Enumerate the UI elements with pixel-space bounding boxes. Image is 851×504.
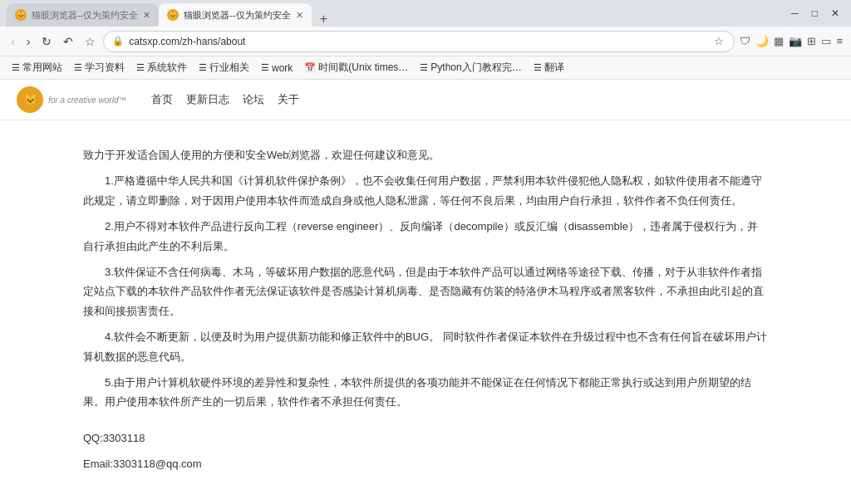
right-nav-icons: 🛡 🌙 ▦ 📷 ⊞ ▭ ≡ (738, 33, 844, 49)
navigation-bar: ‹ › ↻ ↶ ☆ 🔒 ☆ 🛡 🌙 ▦ 📷 ⊞ ▭ ≡ (0, 27, 851, 56)
new-tab-button[interactable]: + (317, 12, 331, 27)
contact-email: Email:3303118@qq.com (83, 454, 768, 473)
bookmark-hangye[interactable]: ☰ 行业相关 (194, 59, 254, 76)
forward-button[interactable]: › (22, 32, 35, 51)
site-nav: 首页 更新日志 论坛 关于 (151, 92, 299, 107)
nav-about[interactable]: 关于 (278, 92, 299, 107)
bookmark-icon-7: ☰ (420, 62, 428, 73)
bookmark-label-6: 时间戳(Unix times… (318, 61, 408, 75)
bookmark-timestamp[interactable]: 📅 时间戳(Unix times… (299, 59, 413, 76)
logo-text: for a creative world™ (48, 95, 126, 105)
undo-button[interactable]: ↶ (59, 32, 77, 51)
page-content: 🐱 for a creative world™ 首页 更新日志 论坛 关于 致力… (0, 80, 851, 504)
moon-icon[interactable]: 🌙 (754, 33, 770, 49)
bookmark-changyon[interactable]: ☰ 常用网站 (7, 59, 67, 76)
nav-forum[interactable]: 论坛 (243, 92, 264, 107)
nav-home[interactable]: 首页 (151, 92, 173, 107)
bookmark-icon-4: ☰ (199, 62, 207, 73)
menu-icon[interactable]: ≡ (834, 33, 844, 49)
window-close-button[interactable]: ✕ (826, 6, 844, 21)
contact-qq: QQ:3303118 (83, 428, 768, 448)
bookmark-work[interactable]: ☰ work (256, 61, 298, 76)
star-icon[interactable]: ☆ (712, 33, 726, 49)
tab-close-2[interactable]: ✕ (296, 10, 303, 21)
contact-section: QQ:3303118 Email:3303118@qq.com (83, 428, 768, 474)
content-clause2: 2.用户不得对本软件产品进行反向工程（reverse engineer）、反向编… (83, 217, 768, 256)
tab-label-2: 猫眼浏览器--仅为策约安全 (184, 9, 290, 22)
bookmark-icon-5: ☰ (261, 62, 269, 73)
refresh-button[interactable]: ↻ (37, 32, 56, 51)
logo-icon: 🐱 (17, 86, 43, 113)
window-minimize-button[interactable]: ─ (786, 6, 804, 21)
tab-inactive-1[interactable]: 🐱 猫眼浏览器--仅为策约安全 ✕ (7, 3, 159, 27)
tab-favicon-1: 🐱 (15, 9, 27, 21)
main-content: 致力于开发适合国人使用的方便和安全Web浏览器，欢迎任何建议和意见。 1.严格遵… (0, 120, 851, 504)
nav-changelog[interactable]: 更新日志 (186, 92, 229, 107)
bookmark-xitong[interactable]: ☰ 系统软件 (131, 59, 192, 76)
sidebar-icon[interactable]: ▭ (819, 33, 833, 49)
bookmark-icon-8: ☰ (534, 62, 542, 73)
screenshot-icon[interactable]: 📷 (787, 33, 804, 49)
address-lock-icon: 🔒 (112, 36, 124, 46)
content-clause5: 5.由于用户计算机软硬件环境的差异性和复杂性，本软件所提供的各项功能并不能保证在… (83, 373, 768, 412)
bookmark-label-4: 行业相关 (209, 61, 249, 75)
content-intro: 致力于开发适合国人使用的方便和安全Web浏览器，欢迎任何建议和意见。 (83, 145, 768, 164)
tab-favicon-2: 🐱 (167, 9, 179, 21)
content-clause4: 4.软件会不断更新，以便及时为用户提供新功能和修正软件中的BUG。 同时软件作者… (83, 327, 768, 366)
site-header: 🐱 for a creative world™ 首页 更新日志 论坛 关于 (0, 80, 851, 120)
window-maximize-button[interactable]: □ (807, 6, 823, 21)
content-clause3: 3.软件保证不含任何病毒、木马，等破坏用户数据的恶意代码，但是由于本软件产品可以… (83, 262, 768, 321)
bookmark-fanyi[interactable]: ☰ 翻译 (529, 59, 569, 76)
bookmark-python[interactable]: ☰ Python入门教程完… (415, 59, 526, 76)
bookmark-icon-6: 📅 (304, 62, 316, 73)
address-input[interactable] (129, 36, 707, 47)
bookmark-label-7: Python入门教程完… (430, 61, 521, 75)
site-logo: 🐱 for a creative world™ (17, 86, 126, 113)
home-button[interactable]: ☆ (81, 32, 100, 51)
bookmark-icon-2: ☰ (74, 62, 82, 73)
address-bar[interactable]: 🔒 ☆ (103, 31, 735, 52)
bookmark-xuexi[interactable]: ☰ 学习资料 (69, 59, 130, 76)
bookmark-icon-1: ☰ (12, 62, 20, 73)
window-controls: ─ □ ✕ (786, 6, 844, 21)
bookmark-label-2: 学习资料 (85, 61, 125, 75)
grid-icon[interactable]: ▦ (772, 33, 785, 49)
tab-close-1[interactable]: ✕ (143, 10, 150, 21)
bookmark-label-3: 系统软件 (147, 61, 187, 75)
bookmark-label-1: 常用网站 (22, 61, 62, 75)
tab-active-2[interactable]: 🐱 猫眼浏览器--仅为策约安全 ✕ (159, 3, 311, 27)
apps-icon[interactable]: ⊞ (805, 33, 818, 49)
content-clause1: 1.严格遵循中华人民共和国《计算机软件保护条例》，也不会收集任何用户数据，严禁利… (83, 171, 768, 210)
bookmarks-bar: ☰ 常用网站 ☰ 学习资料 ☰ 系统软件 ☰ 行业相关 ☰ work 📅 时间戳… (0, 56, 851, 80)
bookmark-label-5: work (272, 62, 293, 74)
tab-label-1: 猫眼浏览器--仅为策约安全 (32, 9, 138, 22)
bookmark-label-8: 翻译 (544, 61, 564, 75)
title-bar: 🐱 猫眼浏览器--仅为策约安全 ✕ 🐱 猫眼浏览器--仅为策约安全 ✕ + ─ … (0, 0, 851, 27)
address-icons: ☆ (712, 33, 726, 49)
back-button[interactable]: ‹ (7, 32, 19, 51)
tabs-area: 🐱 猫眼浏览器--仅为策约安全 ✕ 🐱 猫眼浏览器--仅为策约安全 ✕ + (7, 0, 786, 27)
bookmark-icon-3: ☰ (136, 62, 145, 73)
shield-icon[interactable]: 🛡 (738, 33, 752, 49)
